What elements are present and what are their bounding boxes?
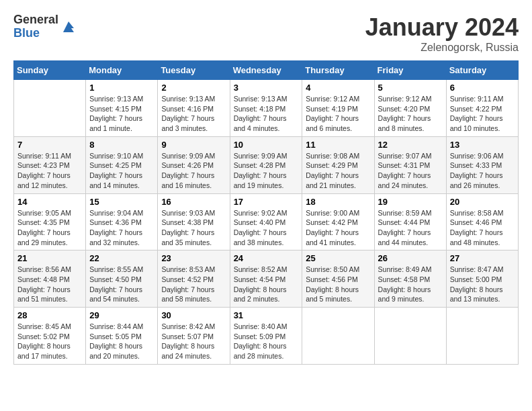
title-block: January 2024 Zelenogorsk, Russia (365, 13, 519, 54)
calendar-day-cell: 8Sunrise: 9:10 AMSunset: 4:25 PMDaylight… (86, 136, 158, 193)
day-info: Sunrise: 8:56 AMSunset: 4:48 PMDaylight:… (17, 265, 82, 304)
calendar-day-cell: 21Sunrise: 8:56 AMSunset: 4:48 PMDayligh… (14, 250, 86, 308)
day-number: 6 (450, 83, 515, 93)
day-number: 24 (234, 253, 299, 263)
calendar-day-cell: 16Sunrise: 9:03 AMSunset: 4:38 PMDayligh… (158, 193, 230, 250)
calendar-day-cell (446, 308, 518, 365)
day-number: 4 (306, 83, 370, 93)
day-number: 10 (234, 140, 299, 150)
day-info: Sunrise: 9:07 AMSunset: 4:31 PMDaylight:… (378, 151, 443, 191)
day-number: 16 (161, 197, 226, 207)
month-title: January 2024 (365, 13, 519, 42)
page-header: General Blue January 2024 Zelenogorsk, R… (13, 13, 519, 54)
day-number: 2 (161, 83, 226, 93)
calendar-day-cell: 31Sunrise: 8:40 AMSunset: 5:09 PMDayligh… (230, 308, 302, 365)
day-number: 31 (234, 310, 299, 320)
day-number: 18 (306, 197, 370, 207)
calendar-day-cell (302, 308, 374, 365)
calendar-day-cell (14, 80, 86, 137)
day-number: 1 (89, 83, 154, 93)
day-info: Sunrise: 9:11 AMSunset: 4:22 PMDaylight:… (450, 94, 515, 134)
day-number: 19 (378, 197, 443, 207)
calendar-week-row: 7Sunrise: 9:11 AMSunset: 4:23 PMDaylight… (14, 136, 519, 193)
location: Zelenogorsk, Russia (365, 42, 519, 54)
day-number: 27 (450, 253, 515, 263)
day-info: Sunrise: 9:10 AMSunset: 4:25 PMDaylight:… (89, 151, 154, 191)
calendar-day-cell: 26Sunrise: 8:49 AMSunset: 4:58 PMDayligh… (374, 250, 446, 308)
day-number: 28 (17, 310, 82, 320)
calendar-day-cell (374, 308, 446, 365)
weekday-header: Tuesday (158, 61, 230, 80)
day-number: 29 (89, 310, 154, 320)
calendar-day-cell: 14Sunrise: 9:05 AMSunset: 4:35 PMDayligh… (14, 193, 86, 250)
calendar-day-cell: 2Sunrise: 9:13 AMSunset: 4:16 PMDaylight… (158, 80, 230, 137)
calendar-day-cell: 11Sunrise: 9:08 AMSunset: 4:29 PMDayligh… (302, 136, 374, 193)
day-info: Sunrise: 8:52 AMSunset: 4:54 PMDaylight:… (234, 265, 299, 304)
calendar-day-cell: 15Sunrise: 9:04 AMSunset: 4:36 PMDayligh… (86, 193, 158, 250)
day-number: 22 (89, 253, 154, 263)
day-number: 20 (450, 197, 515, 207)
day-number: 21 (17, 253, 82, 263)
weekday-header: Saturday (446, 61, 518, 80)
calendar-body: 1Sunrise: 9:13 AMSunset: 4:15 PMDaylight… (14, 80, 519, 365)
weekday-header: Friday (374, 61, 446, 80)
day-info: Sunrise: 9:13 AMSunset: 4:15 PMDaylight:… (89, 94, 154, 134)
logo-icon (60, 19, 77, 35)
day-info: Sunrise: 8:44 AMSunset: 5:05 PMDaylight:… (89, 322, 154, 361)
calendar-day-cell: 13Sunrise: 9:06 AMSunset: 4:33 PMDayligh… (446, 136, 518, 193)
day-number: 23 (161, 253, 226, 263)
calendar-day-cell: 1Sunrise: 9:13 AMSunset: 4:15 PMDaylight… (86, 80, 158, 137)
calendar-day-cell: 20Sunrise: 8:58 AMSunset: 4:46 PMDayligh… (446, 193, 518, 250)
day-info: Sunrise: 9:13 AMSunset: 4:16 PMDaylight:… (161, 94, 226, 134)
calendar-day-cell: 29Sunrise: 8:44 AMSunset: 5:05 PMDayligh… (86, 308, 158, 365)
svg-marker-0 (63, 21, 74, 32)
calendar-day-cell: 3Sunrise: 9:13 AMSunset: 4:18 PMDaylight… (230, 80, 302, 137)
day-number: 9 (161, 140, 226, 150)
calendar-day-cell: 19Sunrise: 8:59 AMSunset: 4:44 PMDayligh… (374, 193, 446, 250)
logo-general: General (13, 13, 58, 27)
calendar-day-cell: 7Sunrise: 9:11 AMSunset: 4:23 PMDaylight… (14, 136, 86, 193)
day-info: Sunrise: 8:50 AMSunset: 4:56 PMDaylight:… (306, 265, 370, 304)
day-info: Sunrise: 9:12 AMSunset: 4:19 PMDaylight:… (306, 94, 370, 134)
calendar-day-cell: 9Sunrise: 9:09 AMSunset: 4:26 PMDaylight… (158, 136, 230, 193)
weekday-header: Sunday (14, 61, 86, 80)
day-number: 26 (378, 253, 443, 263)
day-info: Sunrise: 8:40 AMSunset: 5:09 PMDaylight:… (234, 322, 299, 361)
calendar-week-row: 14Sunrise: 9:05 AMSunset: 4:35 PMDayligh… (14, 193, 519, 250)
day-number: 30 (161, 310, 226, 320)
calendar-day-cell: 28Sunrise: 8:45 AMSunset: 5:02 PMDayligh… (14, 308, 86, 365)
day-number: 7 (17, 140, 82, 150)
calendar-day-cell: 18Sunrise: 9:00 AMSunset: 4:42 PMDayligh… (302, 193, 374, 250)
calendar-week-row: 28Sunrise: 8:45 AMSunset: 5:02 PMDayligh… (14, 308, 519, 365)
weekday-header: Monday (86, 61, 158, 80)
day-info: Sunrise: 9:13 AMSunset: 4:18 PMDaylight:… (234, 94, 299, 134)
calendar-day-cell: 25Sunrise: 8:50 AMSunset: 4:56 PMDayligh… (302, 250, 374, 308)
calendar-header: SundayMondayTuesdayWednesdayThursdayFrid… (14, 61, 519, 80)
day-number: 25 (306, 253, 370, 263)
day-info: Sunrise: 8:49 AMSunset: 4:58 PMDaylight:… (378, 265, 443, 304)
day-info: Sunrise: 9:11 AMSunset: 4:23 PMDaylight:… (17, 151, 82, 191)
day-number: 8 (89, 140, 154, 150)
calendar-day-cell: 24Sunrise: 8:52 AMSunset: 4:54 PMDayligh… (230, 250, 302, 308)
day-info: Sunrise: 9:05 AMSunset: 4:35 PMDaylight:… (17, 208, 82, 248)
logo: General Blue (13, 13, 77, 40)
weekday-header: Thursday (302, 61, 374, 80)
day-info: Sunrise: 9:06 AMSunset: 4:33 PMDaylight:… (450, 151, 515, 191)
day-number: 17 (234, 197, 299, 207)
calendar-day-cell: 6Sunrise: 9:11 AMSunset: 4:22 PMDaylight… (446, 80, 518, 137)
day-info: Sunrise: 8:47 AMSunset: 5:00 PMDaylight:… (450, 265, 515, 304)
day-info: Sunrise: 9:03 AMSunset: 4:38 PMDaylight:… (161, 208, 226, 248)
calendar-day-cell: 17Sunrise: 9:02 AMSunset: 4:40 PMDayligh… (230, 193, 302, 250)
day-number: 13 (450, 140, 515, 150)
calendar-day-cell: 30Sunrise: 8:42 AMSunset: 5:07 PMDayligh… (158, 308, 230, 365)
day-info: Sunrise: 9:02 AMSunset: 4:40 PMDaylight:… (234, 208, 299, 248)
day-info: Sunrise: 8:45 AMSunset: 5:02 PMDaylight:… (17, 322, 82, 361)
calendar-table: SundayMondayTuesdayWednesdayThursdayFrid… (13, 60, 519, 365)
day-info: Sunrise: 9:09 AMSunset: 4:26 PMDaylight:… (161, 151, 226, 191)
day-info: Sunrise: 8:58 AMSunset: 4:46 PMDaylight:… (450, 208, 515, 248)
day-number: 15 (89, 197, 154, 207)
day-number: 11 (306, 140, 370, 150)
weekday-row: SundayMondayTuesdayWednesdayThursdayFrid… (14, 61, 519, 80)
day-info: Sunrise: 8:53 AMSunset: 4:52 PMDaylight:… (161, 265, 226, 304)
day-number: 12 (378, 140, 443, 150)
